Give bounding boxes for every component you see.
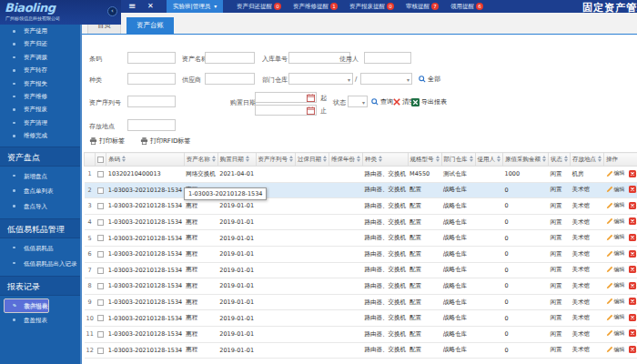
delete-button[interactable]: 删除 xyxy=(629,281,637,289)
sidebar-item[interactable]: 盘点导入 xyxy=(0,199,82,215)
column-header[interactable]: 存放地点 xyxy=(571,153,604,167)
sidebar-item[interactable]: 低值易耗品出入记录 xyxy=(0,257,82,272)
status-select[interactable]: ▾ xyxy=(348,96,368,107)
column-header[interactable]: 种类 xyxy=(363,153,409,167)
column-header[interactable]: 规格型号 xyxy=(408,153,441,167)
edit-button[interactable]: 编辑 xyxy=(606,329,625,338)
delete-button[interactable]: 删除 xyxy=(629,201,637,209)
column-header[interactable]: 条码 xyxy=(106,153,184,167)
cell: 战略仓库 xyxy=(441,342,475,359)
sidebar-item[interactable]: 资产归还 xyxy=(0,37,82,50)
cell: 1-03003-20210128-1534 xyxy=(106,326,184,342)
column-header[interactable]: 维保年份 xyxy=(329,153,363,167)
alert-tab[interactable]: 资产报废提醒0 xyxy=(349,3,394,11)
print-label-button[interactable]: 打印标签 xyxy=(89,136,125,146)
sidebar-item[interactable]: 低值易耗品 xyxy=(0,241,82,257)
sidebar-item[interactable]: 资产转存 xyxy=(0,64,82,76)
delete-button[interactable]: 删除 xyxy=(629,217,637,226)
print-rfid-button[interactable]: 打印RFID标签 xyxy=(140,136,190,146)
cell: 美术馆 xyxy=(571,230,604,247)
serial-input[interactable] xyxy=(127,96,176,107)
warehouse-select[interactable]: ▾ xyxy=(360,73,412,85)
sidebar-item[interactable]: 资产调拨 xyxy=(0,51,82,64)
supplier-input[interactable] xyxy=(205,73,255,85)
location-input[interactable] xyxy=(127,119,176,131)
row-checkbox[interactable] xyxy=(97,348,104,354)
edit-button[interactable]: 编辑 xyxy=(606,169,625,177)
delete-button[interactable]: 删除 xyxy=(629,169,637,177)
checkbox-cell xyxy=(96,310,106,327)
delete-button[interactable]: 删除 xyxy=(629,266,637,274)
column-header[interactable]: 资产名称 xyxy=(184,153,217,167)
alert-tab[interactable]: 审核提醒7 xyxy=(406,3,439,11)
all-button[interactable]: 全部 xyxy=(419,75,440,84)
column-header[interactable]: 原值采购金额 xyxy=(503,153,549,167)
delete-button[interactable]: 删除 xyxy=(629,298,637,306)
user-menu[interactable]: 实验班|管理员 ▾ xyxy=(167,0,223,13)
row-checkbox[interactable] xyxy=(97,315,104,321)
edit-button[interactable]: 编辑 xyxy=(606,281,625,289)
row-checkbox[interactable] xyxy=(97,299,104,306)
close-icon[interactable]: ✕ xyxy=(147,0,154,13)
edit-button[interactable]: 编辑 xyxy=(606,298,625,306)
edit-button[interactable]: 编辑 xyxy=(606,266,625,274)
edit-button[interactable]: 编辑 xyxy=(606,217,625,226)
sidebar-item[interactable]: 资产清理 xyxy=(0,116,82,129)
delete-button[interactable]: 删除 xyxy=(629,329,637,338)
column-header[interactable]: 购置日期 xyxy=(217,153,256,167)
sidebar-item[interactable]: 资产报废 xyxy=(0,103,82,116)
sidebar-scrollbar[interactable] xyxy=(80,25,82,364)
column-header[interactable]: 部门仓库 xyxy=(441,153,475,167)
user-input[interactable] xyxy=(364,52,411,64)
edit-button[interactable]: 编辑 xyxy=(606,201,625,209)
delete-button[interactable]: 删除 xyxy=(629,346,637,354)
delete-button[interactable]: 删除 xyxy=(629,249,637,258)
edit-button[interactable]: 编辑 xyxy=(606,186,625,194)
sidebar-item[interactable]: 盘盈报表 xyxy=(0,313,82,329)
row-number-cell: 6 xyxy=(85,246,96,262)
sidebar-item[interactable]: 资产使用 xyxy=(0,25,82,37)
row-checkbox[interactable] xyxy=(97,283,104,289)
row-checkbox[interactable] xyxy=(97,331,104,338)
sidebar-item[interactable]: 盘点单列表 xyxy=(0,184,82,199)
row-checkbox[interactable] xyxy=(97,268,104,274)
menu-icon[interactable]: ≡ xyxy=(128,0,136,13)
row-checkbox[interactable] xyxy=(97,171,104,177)
column-header[interactable]: 状态 xyxy=(549,153,571,167)
alert-tab[interactable]: 资产维修提醒1 xyxy=(293,3,338,11)
asset-name-input[interactable] xyxy=(205,52,255,64)
select-all-checkbox[interactable] xyxy=(97,157,104,163)
sidebar-item[interactable]: 维修完成 xyxy=(0,129,82,142)
row-checkbox[interactable] xyxy=(97,219,104,226)
dept-select[interactable]: ▾ xyxy=(288,73,353,85)
category-input[interactable] xyxy=(127,73,176,85)
row-checkbox[interactable] xyxy=(97,203,104,209)
delete-button[interactable]: 删除 xyxy=(629,186,637,194)
barcode-input[interactable] xyxy=(127,52,176,64)
edit-button[interactable]: 编辑 xyxy=(606,313,625,321)
date-to-input[interactable] xyxy=(255,105,317,116)
sidebar-item-label: 低值易耗品出入记录 xyxy=(24,260,77,268)
date-from-input[interactable] xyxy=(255,92,317,103)
alert-tab[interactable]: 资产归还提醒0 xyxy=(237,3,281,11)
row-checkbox[interactable] xyxy=(97,187,104,194)
column-header[interactable]: 使用人 xyxy=(475,153,503,167)
row-checkbox[interactable] xyxy=(97,251,104,258)
column-header[interactable]: 过保日期 xyxy=(296,153,329,167)
column-header[interactable]: 资产序列号 xyxy=(256,153,296,167)
sidebar-item[interactable]: 新增盘点 xyxy=(0,169,82,185)
row-checkbox[interactable] xyxy=(97,235,104,241)
edit-button[interactable]: 编辑 xyxy=(606,249,625,258)
delete-button[interactable]: 删除 xyxy=(629,313,637,321)
alert-tab[interactable]: 领用提醒6 xyxy=(450,3,483,11)
edit-button[interactable]: 编辑 xyxy=(606,346,625,354)
collapse-sidebar-icon[interactable]: ‹ xyxy=(107,6,117,16)
search-button[interactable]: 查询 xyxy=(371,97,393,106)
edit-button[interactable]: 编辑 xyxy=(606,233,625,241)
export-report-button[interactable]: 导出报表 xyxy=(411,97,447,106)
sidebar-item[interactable]: 资产维修 xyxy=(0,90,82,103)
delete-button[interactable]: 删除 xyxy=(629,233,637,241)
sidebar-item[interactable]: 盘点报表 xyxy=(0,298,82,314)
tab-资产台账[interactable]: 资产台账 xyxy=(126,17,174,34)
sidebar-item[interactable]: 资产报失 xyxy=(0,77,82,90)
